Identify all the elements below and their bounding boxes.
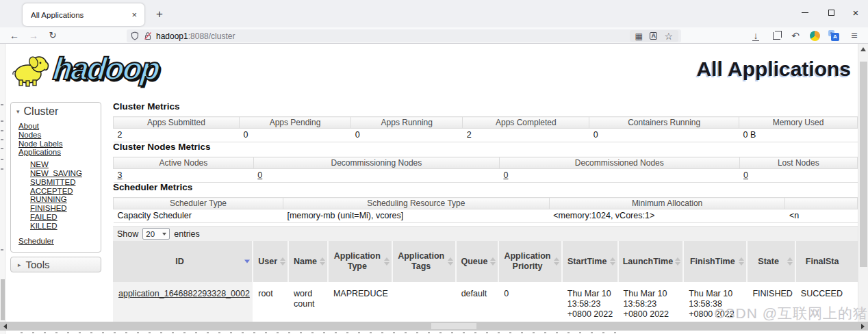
scheduler-metrics-table: Scheduler Type Scheduling Resource Type …: [113, 197, 858, 223]
entries-label: entries: [174, 229, 200, 239]
col-id[interactable]: ID: [113, 241, 253, 282]
sidebar-item-submitted[interactable]: SUBMITTED: [30, 178, 101, 187]
col-application-type[interactable]: Application Type: [328, 241, 392, 282]
screenshot-button[interactable]: [768, 28, 784, 43]
browser-tab-bar: All Applications × + ×: [0, 0, 868, 27]
address-bar[interactable]: hadoop1:8088/cluster ▦ A ☆: [127, 29, 681, 42]
memory-used-value: 0 B: [739, 129, 858, 142]
reload-button[interactable]: ↻: [45, 28, 60, 43]
cluster-metrics-row: 2 0 0 2 0 0 B: [114, 129, 858, 142]
sidebar-item-new[interactable]: NEW: [30, 160, 101, 169]
shield-icon[interactable]: [131, 31, 139, 40]
scroll-right-arrow-icon[interactable]: [861, 324, 865, 329]
col-starttime[interactable]: StartTime: [562, 241, 618, 282]
forward-button[interactable]: →: [26, 28, 41, 43]
horizontal-scrollbar-thumb[interactable]: [431, 323, 476, 329]
col-finalstatus-clipped[interactable]: FinalSta: [795, 241, 858, 282]
qr-code-icon[interactable]: ▦: [635, 32, 643, 40]
sidebar-item-applications[interactable]: Applications: [18, 148, 101, 157]
decommissioned-nodes-link[interactable]: 0: [503, 170, 508, 180]
sort-icon: [675, 257, 680, 266]
window-maximize-button[interactable]: [820, 0, 842, 25]
col-decommissioned-nodes: Decommissioned Nodes: [499, 157, 739, 169]
extension-pie-button[interactable]: [806, 28, 823, 43]
window-close-button[interactable]: ×: [845, 0, 867, 25]
sidebar-item-failed[interactable]: FAILED: [30, 213, 101, 222]
tools-nav-header[interactable]: ▸ Tools: [10, 257, 101, 272]
apps-running-value: 0: [351, 129, 463, 142]
menu-button[interactable]: ≡: [846, 28, 863, 43]
launchtime-cell: Thu Mar 10 13:58:23 +0800 2022: [618, 282, 684, 326]
apps-completed-value: 2: [463, 129, 589, 142]
vertical-scrollbar-thumb[interactable]: [860, 62, 867, 267]
sidebar-item-running[interactable]: RUNNING: [30, 195, 101, 204]
col-maximum-allocation-clipped: [785, 198, 858, 209]
scroll-up-arrow-icon[interactable]: [860, 47, 866, 51]
back-button[interactable]: ←: [7, 28, 22, 43]
page-size-select[interactable]: 20: [142, 228, 170, 240]
cluster-metrics-title: Cluster Metrics: [113, 101, 180, 112]
scheduler-link-wrap: Scheduler: [11, 237, 101, 246]
scheduler-type-value: Capacity Scheduler: [114, 209, 283, 223]
new-tab-button[interactable]: +: [151, 5, 168, 23]
downloads-button[interactable]: ↓: [748, 28, 764, 43]
col-finishtime[interactable]: FinishTime: [683, 241, 747, 282]
sidebar-item-killed[interactable]: KILLED: [30, 222, 101, 231]
download-icon: ↓: [752, 30, 759, 41]
hadoop-logo: hadoop: [10, 51, 159, 88]
col-lost-nodes: Lost Nodes: [739, 157, 857, 169]
left-scrollbar-thumb[interactable]: [1, 279, 5, 320]
window-minimize-button[interactable]: [794, 0, 816, 25]
scroll-left-arrow-icon[interactable]: [3, 324, 7, 329]
cluster-nodes-metrics-table: Active Nodes Decommissioning Nodes Decom…: [113, 157, 858, 183]
col-application-priority[interactable]: Application Priority: [498, 241, 562, 282]
history-undo-button[interactable]: ↶: [787, 28, 804, 43]
csdn-watermark: CSDN @互联网上的猪: [714, 304, 868, 323]
bookmark-star-icon[interactable]: ☆: [664, 31, 673, 41]
maximize-icon: [828, 10, 834, 16]
insecure-lock-icon[interactable]: [144, 31, 152, 40]
sidebar-item-nodes[interactable]: Nodes: [18, 131, 101, 140]
sidebar-item-new-saving[interactable]: NEW_SAVING: [30, 169, 101, 178]
sidebar-item-node-labels[interactable]: Node Labels: [18, 140, 101, 149]
col-name[interactable]: Name: [288, 241, 328, 282]
col-user[interactable]: User: [253, 241, 288, 282]
lost-nodes-link[interactable]: 0: [743, 170, 748, 180]
col-decommissioning-nodes: Decommissioning Nodes: [253, 157, 499, 169]
scheduling-resource-type-value: [memory-mb (unit=Mi), vcores]: [283, 209, 549, 223]
col-queue[interactable]: Queue: [456, 241, 499, 282]
show-label: Show: [117, 229, 138, 239]
active-nodes-link[interactable]: 3: [118, 170, 123, 180]
cluster-nav-header[interactable]: ▾ Cluster: [11, 103, 101, 122]
col-apps-submitted: Apps Submitted: [114, 117, 240, 129]
translate-extension-button[interactable]: a A: [826, 28, 842, 43]
sidebar-item-about[interactable]: About: [18, 122, 101, 131]
translate-icon[interactable]: A: [650, 32, 658, 40]
tab-close-icon[interactable]: ×: [129, 10, 139, 20]
apps-pending-value: 0: [239, 129, 350, 142]
col-application-tags[interactable]: Application Tags: [392, 241, 456, 282]
sidebar-item-scheduler[interactable]: Scheduler: [18, 237, 101, 246]
maximum-allocation-value-clipped: <n: [785, 209, 858, 223]
queue-cell: default: [456, 282, 499, 326]
user-cell: root: [253, 282, 288, 326]
col-launchtime[interactable]: LaunchTime: [618, 241, 684, 282]
cluster-nav-box: ▾ Cluster About Nodes Node Labels Applic…: [10, 102, 101, 253]
url-path: :8088/cluster: [188, 31, 235, 41]
hadoop-logo-text: hadoop: [51, 51, 161, 86]
cluster-links: About Nodes Node Labels Applications: [11, 122, 101, 157]
browser-tab[interactable]: All Applications ×: [23, 3, 144, 26]
vertical-scrollbar[interactable]: [858, 44, 868, 322]
tools-header-label: Tools: [26, 259, 50, 270]
sidebar-item-finished[interactable]: FINISHED: [30, 204, 101, 213]
sidebar-item-accepted[interactable]: ACCEPTED: [30, 187, 101, 196]
chevron-down-icon: [162, 233, 166, 235]
cluster-metrics-table: Apps Submitted Apps Pending Apps Running…: [113, 116, 858, 142]
url-text: hadoop1:8088/cluster: [156, 31, 235, 41]
cluster-nodes-metrics-title: Cluster Nodes Metrics: [113, 142, 211, 152]
scheduler-metrics-row: Capacity Scheduler [memory-mb (unit=Mi),…: [114, 209, 858, 223]
col-state[interactable]: State: [747, 241, 795, 282]
applications-header-row: ID User Name Application Type Applicatio…: [113, 241, 858, 282]
decommissioning-nodes-link[interactable]: 0: [257, 170, 262, 180]
application-id-link[interactable]: application_1646882293328_0002: [118, 289, 250, 298]
